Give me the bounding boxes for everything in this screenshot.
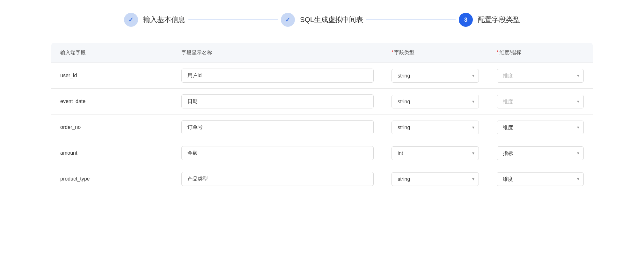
cell-field-0: user_id (51, 63, 172, 89)
cell-field-type-1: stringintfloatdatedatetimeboolean▾ (383, 89, 488, 115)
step-3-number: 3 (464, 17, 467, 23)
input-display-name-0[interactable] (181, 69, 374, 83)
header-field: 输入端字段 (51, 43, 172, 63)
select-field-type-2[interactable]: stringintfloatdatedatetimeboolean (392, 121, 479, 134)
cell-dimension-3: 维度维度指标▾ (488, 140, 593, 166)
step-1: ✓ 输入基本信息 (124, 13, 185, 27)
input-display-name-1[interactable] (181, 94, 374, 108)
header-field-type: 字段类型 (383, 43, 488, 63)
cell-display-name-2 (172, 115, 383, 140)
step-1-circle: ✓ (124, 13, 138, 27)
cell-field-type-2: stringintfloatdatedatetimeboolean▾ (383, 115, 488, 140)
select-dimension-1[interactable]: 维度维度指标 (497, 95, 584, 108)
cell-field-1: event_date (51, 89, 172, 115)
cell-display-name-1 (172, 89, 383, 115)
select-field-type-0[interactable]: stringintfloatdatedatetimeboolean (392, 69, 479, 83)
select-dimension-3[interactable]: 维度维度指标 (497, 146, 584, 160)
cell-display-name-3 (172, 140, 383, 166)
header-display-name: 字段显示名称 (172, 43, 383, 63)
step-1-label: 输入基本信息 (143, 15, 185, 25)
step-2: ✓ SQL生成虚拟中间表 (281, 13, 363, 27)
step-3: 3 配置字段类型 (459, 13, 520, 27)
cell-display-name-4 (172, 166, 383, 192)
step-3-circle: 3 (459, 13, 473, 27)
cell-field-3: amount (51, 140, 172, 166)
cell-field-type-3: stringintfloatdatedatetimeboolean▾ (383, 140, 488, 166)
cell-display-name-0 (172, 63, 383, 89)
step-2-circle: ✓ (281, 13, 295, 27)
input-display-name-3[interactable] (181, 146, 374, 160)
input-display-name-2[interactable] (181, 120, 374, 134)
select-field-type-1[interactable]: stringintfloatdatedatetimeboolean (392, 95, 479, 108)
stepper: ✓ 输入基本信息 ✓ SQL生成虚拟中间表 3 配置字段类型 (51, 13, 593, 27)
input-display-name-4[interactable] (181, 172, 374, 186)
select-dimension-0[interactable]: 维度维度指标 (497, 69, 584, 83)
cell-dimension-1: 维度维度指标▾ (488, 89, 593, 115)
page-container: ✓ 输入基本信息 ✓ SQL生成虚拟中间表 3 配置字段类型 输入端字段 字段显… (0, 0, 644, 266)
header-dimension: 维度/指标 (488, 43, 593, 63)
cell-field-type-0: stringintfloatdatedatetimeboolean▾ (383, 63, 488, 89)
select-field-type-4[interactable]: stringintfloatdatedatetimeboolean (392, 172, 479, 186)
step-3-label: 配置字段类型 (478, 15, 520, 25)
table-row: amountstringintfloatdatedatetimeboolean▾… (51, 140, 593, 166)
step-2-check-icon: ✓ (285, 16, 290, 24)
cell-dimension-0: 维度维度指标▾ (488, 63, 593, 89)
config-table: 输入端字段 字段显示名称 字段类型 维度/指标 user_idstringint… (51, 43, 593, 192)
table-row: order_nostringintfloatdatedatetimeboolea… (51, 115, 593, 140)
step-connector-1 (188, 19, 278, 20)
table-header-row: 输入端字段 字段显示名称 字段类型 维度/指标 (51, 43, 593, 63)
step-connector-2 (366, 19, 456, 20)
step-2-label: SQL生成虚拟中间表 (300, 15, 363, 25)
cell-dimension-4: 维度维度指标▾ (488, 166, 593, 192)
step-1-check-icon: ✓ (128, 16, 134, 24)
cell-field-4: product_type (51, 166, 172, 192)
table-row: event_datestringintfloatdatedatetimebool… (51, 89, 593, 115)
cell-dimension-2: 维度维度指标▾ (488, 115, 593, 140)
cell-field-2: order_no (51, 115, 172, 140)
cell-field-type-4: stringintfloatdatedatetimeboolean▾ (383, 166, 488, 192)
table-row: user_idstringintfloatdatedatetimeboolean… (51, 63, 593, 89)
table-row: product_typestringintfloatdatedatetimebo… (51, 166, 593, 192)
select-field-type-3[interactable]: stringintfloatdatedatetimeboolean (392, 146, 479, 160)
select-dimension-2[interactable]: 维度维度指标 (497, 121, 584, 134)
select-dimension-4[interactable]: 维度维度指标 (497, 172, 584, 186)
